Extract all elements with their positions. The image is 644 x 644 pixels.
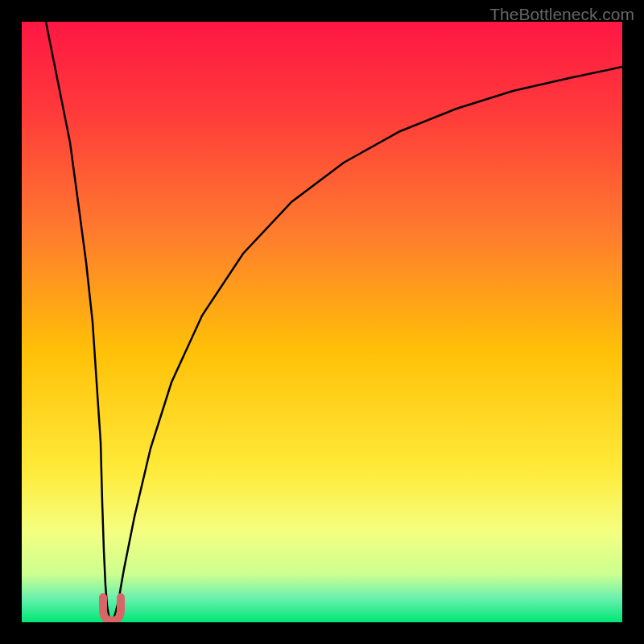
bottleneck-curve <box>22 22 622 622</box>
chart-container: TheBottleneck.com <box>0 0 644 644</box>
minimum-marker-icon <box>103 597 121 621</box>
plot-area <box>22 22 622 622</box>
curve-path <box>46 22 622 619</box>
watermark-text: TheBottleneck.com <box>489 5 634 24</box>
